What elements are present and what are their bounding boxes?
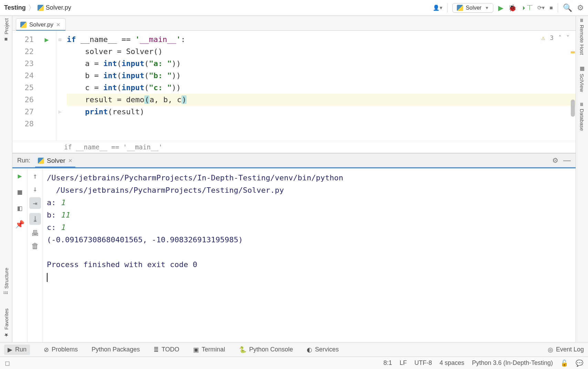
editor-breadcrumb[interactable]: if __name__ == '__main__' (12, 141, 576, 153)
python-file-icon (457, 5, 463, 11)
pin-button[interactable]: 📌 (15, 220, 24, 229)
python-file-icon (38, 5, 44, 11)
console-output[interactable]: /Users/jetbrains/PycharmProjects/In-Dept… (43, 168, 576, 342)
sciview-panel-toggle[interactable]: ▦ SciView (579, 65, 585, 92)
up-icon[interactable]: ↑ (33, 172, 37, 180)
close-icon[interactable]: ✕ (56, 22, 61, 28)
todo-panel-button[interactable]: ≣ TODO (154, 346, 179, 354)
python-file-icon (20, 22, 27, 28)
tool-windows-icon[interactable]: ◻ (5, 359, 10, 367)
panel-btn-label: Terminal (202, 346, 225, 353)
stop-button[interactable]: ■ (18, 188, 22, 196)
problems-panel-button[interactable]: ⊘ Problems (44, 346, 78, 354)
ide-status-icon[interactable]: 💬 (576, 359, 583, 367)
minimize-icon[interactable]: — (563, 156, 571, 165)
console-input-value: 11 (61, 211, 70, 219)
editor-tab[interactable]: Solver.py ✕ (16, 18, 66, 31)
separator (558, 3, 558, 12)
lock-icon[interactable]: 🔓 (560, 359, 568, 367)
stop-button[interactable]: ■ (549, 5, 553, 11)
run-config-selector[interactable]: Solver ▼ (452, 3, 493, 13)
right-panel-label: Remote Host (579, 25, 585, 55)
soft-wrap-button[interactable]: ⇥ (29, 197, 41, 209)
down-icon[interactable]: ↓ (33, 184, 37, 193)
scroll-to-end-button[interactable]: ⤓ (29, 213, 41, 225)
print-button[interactable]: 🖶 (31, 229, 39, 238)
inspection-widget[interactable]: ⚠ 3 ˄ ˅ (541, 34, 569, 41)
run-panel-tab-label: Solver (47, 157, 65, 165)
chevron-right-icon: 〉 (28, 3, 35, 13)
warning-icon: ⚠ (541, 34, 545, 41)
panel-btn-label: Python Console (249, 346, 293, 353)
line-number-gutter: 21 22 23 24 25 26 27 28 (12, 31, 37, 141)
scrollbar-thumb[interactable] (571, 99, 575, 117)
event-log-button[interactable]: ◎ Event Log (548, 346, 584, 354)
database-panel-toggle[interactable]: ≣ Database (579, 102, 585, 131)
console-input-value: 1 (61, 223, 65, 232)
line-number: 22 (12, 45, 34, 57)
separator (447, 3, 448, 12)
run-icon: ▶ (8, 346, 12, 354)
breadcrumb-project[interactable]: Testing (4, 4, 26, 11)
run-config-name: Solver (466, 5, 481, 11)
marker-stripe[interactable] (571, 51, 575, 53)
trash-button[interactable]: 🗑 (31, 242, 39, 250)
services-icon: ◐ (307, 346, 312, 354)
panel-btn-label: Services (315, 346, 339, 353)
chevron-down-icon: ▼ (485, 6, 489, 10)
indent-settings[interactable]: 4 spaces (440, 359, 464, 367)
structure-panel-toggle[interactable]: ⠿ Structure (3, 268, 9, 295)
event-log-icon: ◎ (548, 346, 553, 354)
search-icon[interactable]: 🔍 (563, 3, 572, 12)
layout-button[interactable]: ◧ (18, 204, 22, 212)
left-panel-label: Structure (3, 268, 9, 289)
terminal-panel-button[interactable]: ▣ Terminal (193, 346, 225, 354)
file-encoding[interactable]: UTF-8 (414, 359, 432, 367)
favorites-panel-toggle[interactable]: ★ Favorites (3, 308, 9, 338)
python-console-button[interactable]: 🐍 Python Console (239, 346, 293, 354)
python-file-icon (38, 158, 44, 164)
services-panel-button[interactable]: ◐ Services (307, 346, 339, 354)
console-text: c: (47, 223, 61, 232)
toolbar-actions: 👤▾ Solver ▼ ▶ 🐞 ⏵⏉ ⟳▾ ■ 🔍 ⚙ (433, 3, 584, 13)
caret-position[interactable]: 8:1 (384, 359, 392, 367)
python-packages-button[interactable]: Python Packages (92, 346, 140, 353)
problems-icon: ⊘ (44, 346, 49, 354)
debug-button[interactable]: 🐞 (508, 4, 517, 12)
remote-host-panel-toggle[interactable]: ≣ Remote Host (579, 18, 585, 55)
profile-dropdown[interactable]: ⟳▾ (537, 4, 545, 11)
console-cursor (47, 273, 48, 282)
fold-icon[interactable]: ⊟ (59, 37, 61, 42)
run-button[interactable]: ▶ (498, 4, 503, 12)
warning-count: 3 (550, 34, 554, 41)
prev-highlight-icon[interactable]: ˄ (558, 34, 561, 41)
breadcrumb-file[interactable]: Solver.py (46, 4, 71, 11)
fold-end-icon[interactable]: ⊢ (59, 109, 61, 115)
line-number: 27 (12, 106, 34, 118)
user-dropdown-icon[interactable]: 👤▾ (433, 4, 442, 11)
right-panel-label: Database (579, 109, 585, 131)
run-line-icon[interactable]: ▶ (44, 35, 49, 44)
console-text: b: (47, 211, 61, 219)
line-separator[interactable]: LF (400, 359, 407, 367)
project-panel-toggle[interactable]: ■ Project (3, 18, 9, 42)
run-panel-button[interactable]: ▶ Run (4, 345, 30, 355)
console-text: /Users/jetbrains/PycharmProjects/In-Dept… (47, 173, 348, 182)
close-icon[interactable]: ✕ (68, 158, 73, 164)
code-area[interactable]: if __name__ == '__main__': solver = Solv… (63, 31, 576, 141)
code-editor[interactable]: 21 22 23 24 25 26 27 28 ▶ ⊟ ⊢ if __name_… (12, 31, 576, 141)
breadcrumb[interactable]: Testing 〉 Solver.py (4, 3, 71, 13)
line-number: 25 (12, 82, 34, 94)
rerun-button[interactable]: ▶ (18, 172, 22, 180)
run-panel-tab[interactable]: Solver ✕ (35, 155, 75, 168)
gear-icon[interactable]: ⚙ (577, 3, 584, 12)
console-text: (-0.09167308680401565, -10.9083269131959… (47, 235, 243, 244)
coverage-button[interactable]: ⏵⏉ (522, 5, 533, 11)
panel-btn-label: Python Packages (92, 346, 140, 353)
panel-btn-label: Problems (52, 346, 78, 353)
interpreter[interactable]: Python 3.6 (In-Depth-Testing) (472, 359, 553, 367)
next-highlight-icon[interactable]: ˅ (566, 34, 569, 41)
folder-icon: ■ (3, 36, 9, 42)
editor-tab-strip: Solver.py ✕ (12, 16, 576, 31)
gear-icon[interactable]: ⚙ (552, 156, 558, 165)
